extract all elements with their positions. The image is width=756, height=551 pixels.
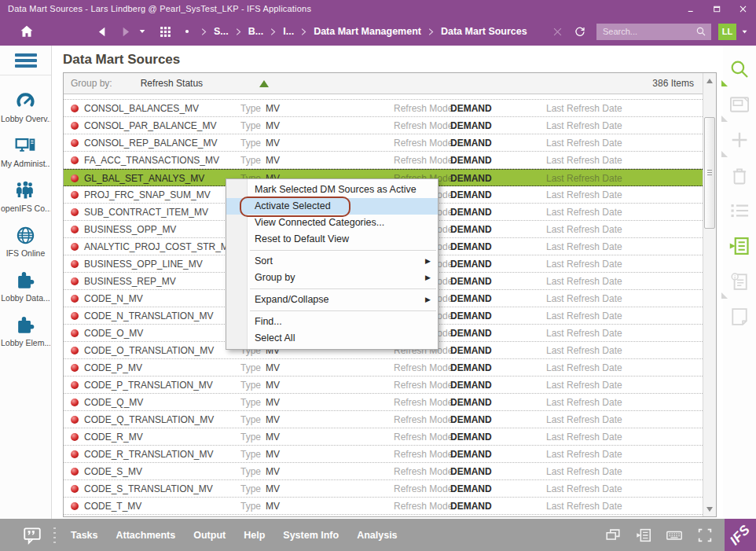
- breadcrumb-item-i[interactable]: I...: [283, 26, 294, 37]
- forward-icon[interactable]: [119, 25, 132, 39]
- search-button[interactable]: [728, 58, 750, 80]
- row-name: CODE_O_MV: [84, 328, 143, 339]
- add-button[interactable]: [728, 129, 750, 151]
- sidebar-item-ifs-online[interactable]: IFS Online: [0, 219, 51, 264]
- last-refresh-date-label: Last Refresh Date: [546, 173, 622, 184]
- breadcrumb-item-s[interactable]: S...: [214, 26, 229, 37]
- user-menu-caret-icon[interactable]: [741, 28, 748, 35]
- table-row[interactable]: CODE_R_MVTypeMVRefresh ModeDEMANDLast Re…: [64, 428, 703, 446]
- sidebar-item-lobby-overv[interactable]: Lobby Overv...: [0, 85, 51, 130]
- gauge-icon: [15, 90, 36, 112]
- keyboard-button[interactable]: [666, 527, 683, 544]
- row-name: CODE_S_TRANSLATION_MV: [84, 483, 213, 494]
- context-menu-item-reset-to-default-view[interactable]: Reset to Default View: [226, 231, 438, 248]
- details-button[interactable]: [728, 235, 750, 257]
- option-corner-icon: [721, 80, 728, 86]
- breadcrumb-item-b[interactable]: B...: [248, 26, 263, 37]
- type-label: Type: [240, 380, 261, 391]
- option-corner-icon: [721, 116, 728, 122]
- context-menu-item-find[interactable]: Find...: [226, 314, 438, 330]
- table-row[interactable]: FA_ACC_TRANSACTIONS_MVTypeMVRefresh Mode…: [64, 152, 703, 169]
- puzzle-icon: [15, 270, 36, 291]
- table-row[interactable]: CONSOL_REP_BALANCE_MVTypeMVRefresh ModeD…: [64, 134, 703, 152]
- vertical-scrollbar[interactable]: [703, 73, 716, 516]
- trash-button[interactable]: [728, 164, 750, 186]
- group-by-value[interactable]: Refresh Status: [141, 78, 203, 89]
- breadcrumb-item-data-mart-management[interactable]: Data Mart Management: [314, 26, 421, 37]
- scrollbar-thumb[interactable]: [704, 117, 715, 229]
- minimize-icon[interactable]: [686, 4, 696, 14]
- search-input[interactable]: [601, 26, 695, 37]
- statusbar-item-analysis[interactable]: Analysis: [357, 530, 397, 541]
- dock-panel-button[interactable]: [635, 527, 652, 544]
- submenu-arrow-icon: ▶: [425, 292, 431, 308]
- table-row[interactable]: CODE_P_MVTypeMVRefresh ModeDEMANDLast Re…: [64, 359, 703, 377]
- status-red-icon: [71, 277, 79, 285]
- type-value: MV: [266, 120, 280, 131]
- back-icon[interactable]: [96, 25, 109, 39]
- context-menu-item-group-by[interactable]: Group by▶: [226, 270, 438, 286]
- table-row[interactable]: CODE_S_TRANSLATION_MVTypeMVRefresh ModeD…: [64, 480, 703, 498]
- clipped-row-top: [64, 94, 703, 100]
- row-name: CODE_T_MV: [84, 501, 141, 512]
- last-refresh-date-label: Last Refresh Date: [546, 207, 622, 218]
- close-icon[interactable]: [738, 4, 748, 14]
- statusbar-item-tasks[interactable]: Tasks: [71, 530, 98, 541]
- feedback-bubble-icon[interactable]: [22, 525, 42, 545]
- list-icon: [728, 200, 750, 222]
- sort-ascending-icon[interactable]: [259, 80, 269, 87]
- search-icon[interactable]: [695, 26, 706, 37]
- context-menu-item-view-connected-categories[interactable]: View Connected Categories...: [226, 215, 438, 231]
- window-title: Data Mart Sources - Lars Lindberg @ Pear…: [8, 4, 311, 13]
- context-menu-item-mark-selected-dm-sources-as-active[interactable]: Mark Selected DM Sources as Active: [226, 182, 438, 198]
- table-row[interactable]: CONSOL_PAR_BALANCE_MVTypeMVRefresh ModeD…: [64, 117, 703, 134]
- table-row[interactable]: CODE_S_MVTypeMVRefresh ModeDEMANDLast Re…: [64, 463, 703, 480]
- refresh-icon[interactable]: [574, 25, 586, 38]
- fullscreen-button[interactable]: [696, 527, 714, 544]
- statusbar-item-attachments[interactable]: Attachments: [116, 530, 176, 541]
- table-row[interactable]: CODE_P_TRANSLATION_MVTypeMVRefresh ModeD…: [64, 377, 703, 394]
- context-menu-item-select-all[interactable]: Select All: [226, 330, 438, 347]
- table-row[interactable]: CODE_T_TRANSLATION_MVTypeMVRefresh ModeD…: [64, 515, 703, 516]
- maximize-icon[interactable]: [712, 4, 722, 14]
- home-icon[interactable]: [19, 24, 35, 39]
- type-label: Type: [240, 103, 261, 114]
- app-grid-icon[interactable]: [159, 25, 172, 39]
- sidebar-item-my-administ[interactable]: My Administ...: [0, 130, 51, 174]
- clipboard-info-button[interactable]: [728, 270, 750, 292]
- row-name: CODE_R_MV: [84, 432, 143, 443]
- table-row[interactable]: CODE_Q_TRANSLATION_MVTypeMVRefresh ModeD…: [64, 411, 703, 428]
- sidebar-item-lobby-data[interactable]: Lobby Data...: [0, 264, 51, 309]
- table-row[interactable]: CODE_Q_MVTypeMVRefresh ModeDEMANDLast Re…: [64, 394, 703, 411]
- statusbar-item-system-info[interactable]: System Info: [283, 530, 339, 541]
- table-row[interactable]: CODE_R_TRANSLATION_MVTypeMVRefresh ModeD…: [64, 446, 703, 463]
- table-row[interactable]: CODE_T_MVTypeMVRefresh ModeDEMANDLast Re…: [64, 498, 703, 515]
- stop-icon[interactable]: [552, 26, 563, 38]
- card-button[interactable]: [728, 94, 750, 116]
- last-refresh-date-label: Last Refresh Date: [546, 138, 622, 149]
- list-button[interactable]: [728, 200, 750, 222]
- history-caret-icon[interactable]: [138, 28, 146, 35]
- option-corner-icon: [721, 151, 728, 157]
- breadcrumb-item-data-mart-sources[interactable]: Data Mart Sources: [441, 26, 527, 37]
- sidebar-item-lobby-elem[interactable]: Lobby Elem...: [0, 309, 51, 354]
- sidebar-item-openifs-co[interactable]: openIFS Co...: [0, 174, 51, 219]
- hamburger-menu-icon[interactable]: [15, 53, 37, 68]
- context-menu-item-activate-selected[interactable]: Activate Selected: [226, 198, 438, 215]
- refresh-mode-value: DEMAND: [450, 103, 492, 114]
- scroll-up-icon[interactable]: [706, 79, 713, 83]
- last-refresh-date-label: Last Refresh Date: [546, 189, 622, 200]
- statusbar-item-help[interactable]: Help: [244, 530, 265, 541]
- scroll-down-icon[interactable]: [706, 507, 713, 512]
- user-badge[interactable]: LL: [718, 24, 736, 40]
- window-controls: [686, 4, 748, 14]
- context-menu-item-expand-collapse[interactable]: Expand/Collapse▶: [226, 292, 438, 308]
- cascade-windows-button[interactable]: [604, 527, 622, 544]
- statusbar-item-output[interactable]: Output: [193, 530, 226, 541]
- refresh-mode-label: Refresh Mode: [394, 414, 453, 425]
- table-row[interactable]: CONSOL_BALANCES_MVTypeMVRefresh ModeDEMA…: [64, 100, 703, 117]
- note-button[interactable]: [728, 306, 750, 328]
- refresh-mode-label: Refresh Mode: [394, 466, 453, 477]
- refresh-mode-label: Refresh Mode: [394, 483, 453, 494]
- context-menu-item-sort[interactable]: Sort▶: [226, 253, 438, 270]
